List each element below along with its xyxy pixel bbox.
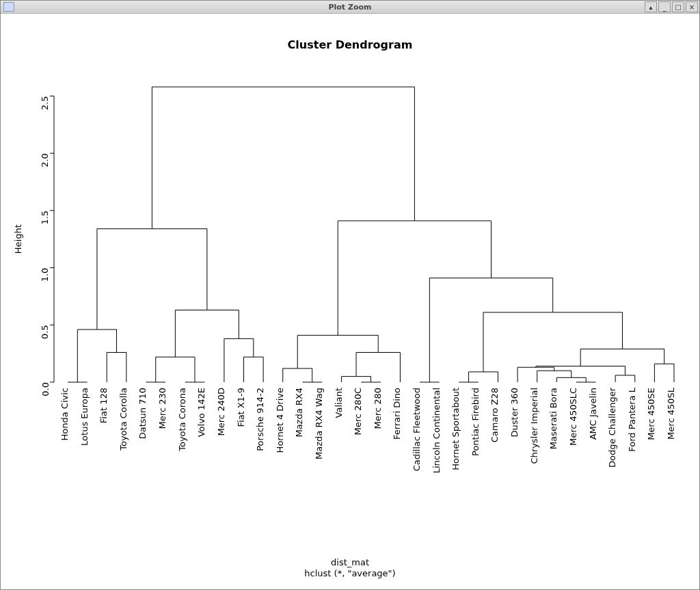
leaf-label: Hornet Sportabout xyxy=(450,388,461,470)
y-tick-label: 2.5 xyxy=(40,96,51,110)
leaf-label: Pontiac Firebird xyxy=(470,388,481,456)
leaf-label: Maserati Bora xyxy=(548,388,558,449)
leaf-label: Valiant xyxy=(334,388,344,418)
leaf-label: Merc 450SLC xyxy=(568,388,578,446)
leaf-label: Datsun 710 xyxy=(137,388,148,439)
rollup-button[interactable]: ▴ xyxy=(645,1,657,12)
leaf-label: AMC Javelin xyxy=(588,388,598,440)
leaf-label: Chrysler Imperial xyxy=(529,388,539,464)
app-icon xyxy=(3,2,14,12)
leaf-label: Duster 360 xyxy=(509,388,520,437)
y-tick-label: 1.0 xyxy=(40,268,51,282)
leaf-label: Merc 280 xyxy=(373,388,383,429)
close-button[interactable]: × xyxy=(686,1,698,12)
leaf-label: Mazda RX4 xyxy=(294,388,304,438)
leaf-label: Ford Pantera L xyxy=(627,387,637,451)
leaf-label: Cadillac Fleetwood xyxy=(412,388,422,471)
leaf-label: Fiat 128 xyxy=(98,388,109,423)
minimize-button[interactable]: _ xyxy=(658,1,671,12)
window-title: Plot Zoom xyxy=(1,3,699,12)
y-tick-label: 0.5 xyxy=(40,325,51,339)
plot-area: 0.00.51.01.52.02.5HeightHonda CivicLotus… xyxy=(1,13,699,589)
dendrogram xyxy=(68,87,674,382)
leaf-label: Merc 230 xyxy=(157,388,167,429)
leaf-label: Honda Civic xyxy=(59,388,70,440)
leaf-label: Porsche 914-2 xyxy=(255,388,265,451)
leaf-label: Volvo 142E xyxy=(196,388,206,437)
leaf-label: Ferrari Dino xyxy=(392,388,402,440)
leaf-label: Dodge Challenger xyxy=(607,387,617,468)
dendrogram-svg: 0.00.51.01.52.02.5HeightHonda CivicLotus… xyxy=(1,13,699,589)
leaf-label: Merc 280C xyxy=(353,388,363,435)
x-axis-label: dist_mat xyxy=(331,557,369,567)
titlebar: Plot Zoom ▴ _ □ × xyxy=(1,1,699,14)
leaf-label: Hornet 4 Drive xyxy=(275,388,285,453)
leaf-label: Merc 450SE xyxy=(646,388,656,440)
y-tick-label: 2.0 xyxy=(40,153,51,167)
y-tick-label: 0.0 xyxy=(40,382,51,397)
leaf-label: Lotus Europa xyxy=(79,388,90,446)
maximize-button[interactable]: □ xyxy=(672,1,684,12)
window-buttons: ▴ _ □ × xyxy=(645,1,698,12)
leaf-label: Merc 450SL xyxy=(666,387,676,440)
leaf-label: Fiat X1-9 xyxy=(236,388,246,427)
app-window: Plot Zoom ▴ _ □ × 0.00.51.01.52.02.5Heig… xyxy=(0,0,700,590)
leaf-label: Toyota Corona xyxy=(177,388,187,452)
leaf-label: Toyota Corolla xyxy=(118,388,129,451)
y-axis: 0.00.51.01.52.02.5 xyxy=(40,96,55,396)
x-axis-sublabel: hclust (*, "average") xyxy=(304,568,395,578)
y-axis-label: Height xyxy=(13,224,23,254)
y-tick-label: 1.5 xyxy=(40,211,51,225)
leaf-label: Camaro Z28 xyxy=(489,388,500,442)
leaf-label: Lincoln Continental xyxy=(431,388,442,473)
leaf-label: Merc 240D xyxy=(216,388,226,435)
chart-title: Cluster Dendrogram xyxy=(288,38,413,51)
leaf-label: Mazda RX4 Wag xyxy=(314,388,324,459)
